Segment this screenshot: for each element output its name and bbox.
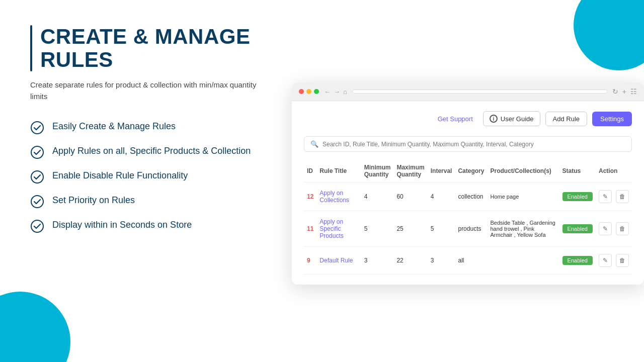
checkmark-icon-1	[30, 121, 44, 135]
left-panel: CREATE & MANAGE RULES Create separate ru…	[30, 25, 272, 342]
svg-point-1	[31, 146, 43, 158]
user-guide-label: User Guide	[501, 115, 534, 123]
right-panel: ← → ⌂ ↻ + ☷ Get Support i Us	[292, 25, 644, 342]
table-row: 12 Apply on Collections 4 60 4 collectio…	[304, 183, 632, 211]
page-subtitle: Create separate rules for product & coll…	[30, 79, 272, 102]
action-icons-0: ✎ 🗑	[599, 190, 629, 203]
svg-point-4	[31, 220, 43, 232]
col-action: Action	[596, 160, 632, 183]
feature-text-3: Enable Disable Rule Functionality	[52, 169, 188, 182]
table-row: 11 Apply on Specific Products 5 25 5 pro…	[304, 211, 632, 247]
col-max-qty: MaximumQuantity	[393, 160, 427, 183]
svg-point-0	[31, 122, 43, 134]
cell-interval-1: 5	[428, 211, 455, 247]
cell-id-2: 9	[304, 247, 316, 275]
cell-id-1: 11	[304, 211, 316, 247]
rules-table: ID Rule Title MinimumQuantity MaximumQua…	[304, 160, 632, 275]
edit-button-2[interactable]: ✎	[599, 254, 612, 267]
cell-title-0: Apply on Collections	[316, 183, 361, 211]
user-guide-button[interactable]: i User Guide	[483, 111, 540, 126]
delete-button-1[interactable]: 🗑	[616, 222, 629, 235]
browser-add-tab-icon[interactable]: +	[622, 87, 626, 96]
edit-button-1[interactable]: ✎	[599, 222, 612, 235]
feature-text-2: Apply Rules on all, Specific Products & …	[52, 145, 251, 157]
browser-menu-icon[interactable]: ☷	[630, 87, 637, 96]
feature-text-1: Easily Create & Manage Rules	[52, 120, 176, 133]
checkmark-icon-5	[30, 219, 44, 233]
table-header-row: ID Rule Title MinimumQuantity MaximumQua…	[304, 160, 632, 183]
feature-item-1: Easily Create & Manage Rules	[30, 120, 272, 135]
checkmark-icon-4	[30, 195, 44, 209]
browser-refresh-icon[interactable]: ↻	[612, 87, 618, 96]
delete-button-0[interactable]: 🗑	[616, 190, 629, 203]
search-bar: 🔍	[304, 136, 632, 152]
cell-min-2: 3	[361, 247, 394, 275]
table-header: ID Rule Title MinimumQuantity MaximumQua…	[304, 160, 632, 183]
cell-products-0: Home page	[487, 183, 559, 211]
status-badge-0: Enabled	[562, 192, 593, 201]
title-block: CREATE & MANAGE RULES	[30, 25, 272, 71]
cell-min-0: 4	[361, 183, 394, 211]
cell-status-1: Enabled	[559, 211, 596, 247]
feature-text-5: Display within in Seconds on Store	[52, 219, 192, 231]
dot-yellow	[306, 89, 311, 94]
cell-id-0: 12	[304, 183, 316, 211]
add-rule-button[interactable]: Add Rule	[545, 112, 587, 126]
cell-max-1: 25	[393, 211, 427, 247]
browser-window: ← → ⌂ ↻ + ☷ Get Support i Us	[292, 82, 644, 285]
cell-title-1: Apply on Specific Products	[316, 211, 361, 247]
cell-title-2: Default Rule	[316, 247, 361, 275]
dot-green	[314, 89, 319, 94]
browser-content: Get Support i User Guide Add Rule Settin…	[292, 101, 644, 285]
feature-item-2: Apply Rules on all, Specific Products & …	[30, 145, 272, 159]
col-id: ID	[304, 160, 316, 183]
cell-action-2: ✎ 🗑	[596, 247, 632, 275]
toolbar: Get Support i User Guide Add Rule Settin…	[304, 111, 632, 126]
checkmark-icon-3	[30, 170, 44, 184]
cell-interval-0: 4	[428, 183, 455, 211]
cell-status-0: Enabled	[559, 183, 596, 211]
cell-category-0: collection	[455, 183, 487, 211]
col-min-qty: MinimumQuantity	[361, 160, 394, 183]
cell-status-2: Enabled	[559, 247, 596, 275]
nav-home-icon[interactable]: ⌂	[343, 88, 347, 96]
status-badge-1: Enabled	[562, 224, 593, 233]
cell-max-0: 60	[393, 183, 427, 211]
page-title: CREATE & MANAGE RULES	[40, 25, 272, 71]
svg-point-3	[31, 196, 43, 208]
feature-item-5: Display within in Seconds on Store	[30, 219, 272, 233]
checkmark-icon-2	[30, 145, 44, 159]
cell-products-1: Bedside Table , Gardening hand trowel , …	[487, 211, 559, 247]
cell-action-0: ✎ 🗑	[596, 183, 632, 211]
col-category: Category	[455, 160, 487, 183]
col-products: Product/Collection(s)	[487, 160, 559, 183]
search-icon: 🔍	[310, 140, 318, 148]
browser-nav: ← → ⌂	[324, 88, 347, 96]
nav-back-icon[interactable]: ←	[324, 88, 331, 96]
col-rule-title: Rule Title	[316, 160, 361, 183]
action-icons-2: ✎ 🗑	[599, 254, 629, 267]
svg-point-2	[31, 171, 43, 183]
cell-category-1: products	[455, 211, 487, 247]
get-support-button[interactable]: Get Support	[433, 112, 478, 126]
cell-products-2	[487, 247, 559, 275]
table-row: 9 Default Rule 3 22 3 all Enabled ✎ 🗑	[304, 247, 632, 275]
feature-text-4: Set Priority on Rules	[52, 194, 135, 207]
browser-url-bar[interactable]	[352, 89, 607, 94]
col-interval: Interval	[428, 160, 455, 183]
nav-forward-icon[interactable]: →	[334, 88, 340, 96]
search-input[interactable]	[323, 141, 625, 148]
title-bar-decoration	[30, 25, 32, 71]
feature-item-4: Set Priority on Rules	[30, 194, 272, 209]
cell-action-1: ✎ 🗑	[596, 211, 632, 247]
cell-interval-2: 3	[428, 247, 455, 275]
cell-min-1: 5	[361, 211, 394, 247]
edit-button-0[interactable]: ✎	[599, 190, 612, 203]
cell-max-2: 22	[393, 247, 427, 275]
features-list: Easily Create & Manage Rules Apply Rules…	[30, 120, 272, 233]
browser-dots	[299, 89, 319, 94]
delete-button-2[interactable]: 🗑	[616, 254, 629, 267]
dot-red	[299, 89, 304, 94]
settings-button[interactable]: Settings	[592, 112, 632, 126]
browser-actions: ↻ + ☷	[612, 87, 637, 96]
